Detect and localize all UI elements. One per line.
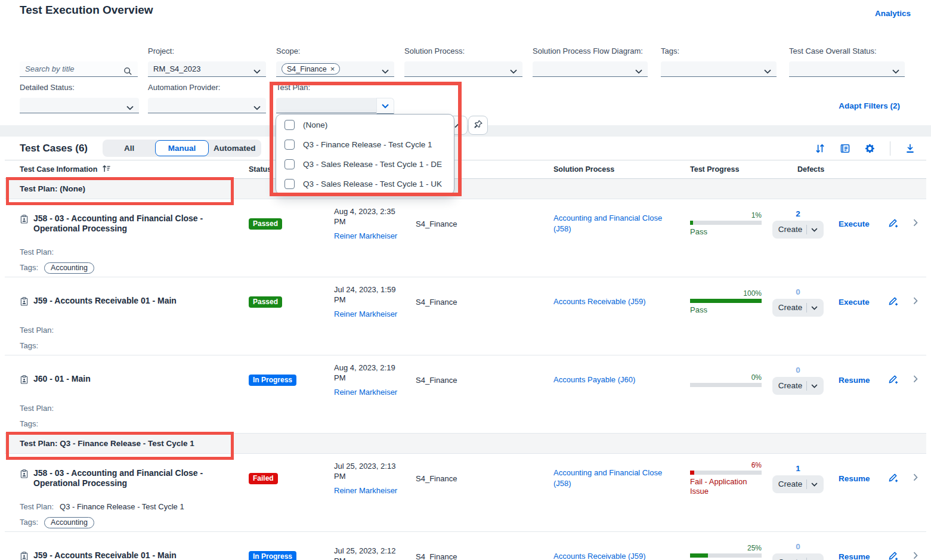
test-case-title[interactable]: J58 - 03 - Accounting and Financial Clos… [33,468,224,489]
test-plan-option[interactable]: (None) [276,115,454,135]
analytics-link[interactable]: Analytics [875,9,911,18]
primary-action-link[interactable]: Resume [839,552,873,560]
executed-by-link[interactable]: Reiner Markheiser [334,388,416,397]
settings-icon[interactable] [865,143,876,154]
checkbox[interactable] [284,120,295,130]
column-test-progress[interactable]: Test Progress [690,165,772,174]
search-input[interactable]: Search by title [20,61,138,77]
row-tags-line: Tags: [5,338,926,353]
solution-process-link[interactable]: Accounting and Financial Close (J58) [553,214,662,233]
checkbox[interactable] [284,179,295,189]
primary-action-link[interactable]: Resume [839,474,873,483]
table-row[interactable]: J58 - 03 - Accounting and Financial Clos… [5,454,926,532]
chevron-down-icon [510,67,517,76]
executed-on: Jul 25, 2023, 2:12 PM [334,546,416,560]
test-case-title[interactable]: J59 - Accounts Receivable 01 - Main [33,550,177,560]
test-plan-combobox[interactable] [276,98,404,114]
executed-by-link[interactable]: Reiner Markheiser [334,231,416,240]
create-defect-button[interactable]: Create [772,553,824,560]
chevron-right-icon[interactable] [913,375,918,385]
edit-icon[interactable] [887,472,899,485]
primary-action-link[interactable]: Execute [839,298,873,307]
overall-status-select[interactable] [789,61,905,77]
sort-icon[interactable] [815,143,825,154]
table-row[interactable]: J59 - Accounts Receivable 01 - Main In P… [5,532,926,560]
primary-action-link[interactable]: Resume [839,376,873,385]
option-label: Q3 - Finance Release - Test Cycle 1 [303,140,432,149]
edit-icon[interactable] [887,550,899,560]
project-value: RM_S4_2023 [153,64,201,73]
automation-provider-select[interactable] [148,98,266,113]
solution-process-link[interactable]: Accounting and Financial Close (J58) [553,468,662,488]
column-test-case-information[interactable]: Test Case Information [20,165,249,174]
column-defects[interactable]: Defects [772,165,835,174]
chevron-down-icon [253,67,261,76]
create-defect-button[interactable]: Create [772,221,824,239]
segment-all[interactable]: All [103,140,155,156]
progress-percent: 0% [690,373,762,382]
row-tags-line: Tags: Accounting [5,259,926,275]
test-case-title[interactable]: J59 - Accounts Receivable 01 - Main [33,296,177,308]
create-defect-button[interactable]: Create [772,377,824,395]
test-plan-label: Test Plan: [276,83,404,94]
solution-process-link[interactable]: Accounts Receivable (J59) [553,552,660,560]
defects-count[interactable]: 0 [772,542,824,551]
test-plan-input[interactable] [276,98,376,113]
chevron-right-icon[interactable] [913,219,918,228]
tags-select[interactable] [661,61,777,77]
project-label: Project: [148,47,276,57]
defects-count[interactable]: 1 [772,464,824,473]
status-badge: In Progress [249,375,296,386]
test-plan-option[interactable]: Q3 - Sales Release - Test Cycle 1 - DE [276,154,454,174]
pin-filter-bar-button[interactable] [468,116,488,135]
edit-icon[interactable] [887,295,899,308]
edit-icon[interactable] [887,217,899,230]
chevron-right-icon[interactable] [913,474,918,483]
create-defect-button[interactable]: Create [772,475,824,493]
scope-select[interactable]: S4_Finance × [276,61,394,77]
checkbox[interactable] [284,159,295,169]
table-row[interactable]: J59 - Accounts Receivable 01 - Main Pass… [5,277,926,355]
test-case-title[interactable]: J60 - 01 - Main [33,374,91,386]
scope-token[interactable]: S4_Finance × [282,63,340,75]
filter-flow-diagram: Solution Process Flow Diagram: [533,47,661,77]
table-row[interactable]: J58 - 03 - Accounting and Financial Clos… [5,199,926,277]
solution-process-select[interactable] [404,61,522,77]
test-case-title[interactable]: J58 - 03 - Accounting and Financial Clos… [33,214,224,234]
test-plan-dropdown-button[interactable] [376,98,394,114]
token-remove-icon[interactable]: × [330,64,335,73]
detailed-status-select[interactable] [20,98,139,113]
primary-action-link[interactable]: Execute [839,219,873,228]
checkbox[interactable] [284,140,295,150]
defects-count[interactable]: 0 [772,287,824,296]
test-plan-option[interactable]: Q3 - Finance Release - Test Cycle 1 [276,135,454,154]
chevron-right-icon[interactable] [913,552,918,560]
progress-percent: 6% [690,461,762,469]
defects-count[interactable]: 0 [772,366,824,375]
details-icon[interactable] [840,143,850,154]
chevron-right-icon[interactable] [913,297,918,307]
project-select[interactable]: RM_S4_2023 [148,61,266,77]
filter-detailed-status: Detailed Status: [20,83,148,114]
flow-diagram-select[interactable] [533,61,648,77]
adapt-filters-link[interactable]: Adapt Filters (2) [839,101,900,110]
table-row[interactable]: J60 - 01 - Main In Progress Aug 4, 2023,… [5,355,926,434]
edit-icon[interactable] [887,373,899,386]
executed-by-link[interactable]: Reiner Markheiser [334,310,416,318]
column-solution-process[interactable]: Solution Process [553,165,690,174]
solution-process-link[interactable]: Accounts Receivable (J59) [553,297,660,306]
toolbar-icons [815,137,915,160]
segment-manual[interactable]: Manual [155,140,208,156]
filter-bar-row-1: Search by title Project: RM_S4_2023 Scop… [20,47,931,77]
filter-automation-provider: Automation Provider: [148,83,276,114]
segment-automated[interactable]: Automated [209,140,261,156]
download-icon[interactable] [905,143,915,154]
test-plan-option[interactable]: Q3 - Sales Release - Test Cycle 1 - UK [276,174,454,194]
search-icon[interactable] [123,67,132,78]
executed-by-link[interactable]: Reiner Markheiser [334,486,416,495]
row-test-plan-line: Test Plan: [5,402,926,414]
create-defect-button[interactable]: Create [772,299,824,317]
solution-process-link[interactable]: Accounts Payable (J60) [553,375,649,384]
defects-count[interactable]: 2 [772,209,824,218]
test-progress: 100% Pass [690,289,762,315]
